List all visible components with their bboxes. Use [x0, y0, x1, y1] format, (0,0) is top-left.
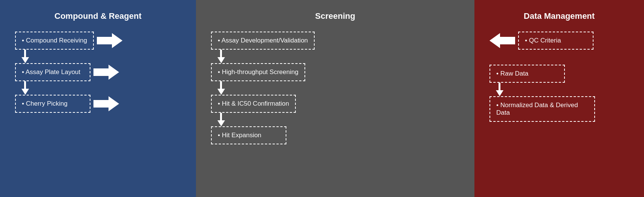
down-arrow-shaft-r1: [499, 83, 500, 90]
assay-dev-label: • Assay Development/Validation: [218, 37, 308, 44]
screening-column: Screening • Assay Development/Validation…: [196, 0, 474, 197]
cherry-picking-box: • Cherry Picking: [15, 95, 90, 113]
hit-expansion-row: • Hit Expansion: [211, 126, 286, 144]
cherry-picking-row: • Cherry Picking: [15, 95, 119, 113]
hit-expansion-box: • Hit Expansion: [211, 126, 286, 144]
down-arrow-shaft-m2: [220, 81, 222, 89]
ic50-row: • Hit & IC50 Confirmation: [211, 95, 296, 113]
hit-expansion-label: • Hit Expansion: [218, 132, 262, 139]
cherry-picking-label: • Cherry Picking: [22, 100, 67, 107]
down-arrow-2: [15, 81, 29, 95]
arrow-shaft-3: [93, 100, 109, 108]
data-management-column: Data Management • QC Criteria • Raw Data: [474, 0, 644, 197]
arrow-shaft-2: [93, 68, 109, 76]
arrow-head-1: [112, 33, 122, 48]
down-arrow-head-m3: [217, 120, 225, 126]
ic50-label: • Hit & IC50 Confirmation: [218, 100, 289, 107]
compound-receiving-label: • Compound Receiving: [22, 37, 87, 44]
assay-plate-row: • Assay Plate Layout: [15, 63, 119, 81]
main-layout: Compound & Reagent • Compound Receiving: [0, 0, 644, 197]
normalized-data-box: • Normalized Data & Derived Data: [490, 96, 595, 122]
down-arrow-head-m1: [217, 57, 225, 63]
arrow-shaft-1: [97, 37, 112, 44]
down-arrow-m1: [211, 50, 225, 63]
compound-receiving-row: • Compound Receiving: [15, 32, 122, 50]
down-arrow-shaft-m3: [220, 113, 222, 120]
compound-receiving-box: • Compound Receiving: [15, 32, 94, 50]
compound-reagent-column: Compound & Reagent • Compound Receiving: [0, 0, 196, 197]
normalized-data-label: • Normalized Data & Derived Data: [496, 102, 578, 116]
down-arrow-shaft-m1: [220, 50, 222, 57]
arrow-shaft-left-qc: [500, 37, 515, 44]
ic50-box: • Hit & IC50 Confirmation: [211, 95, 296, 113]
arrow-head-2: [109, 65, 119, 80]
arrow-head-3: [109, 96, 119, 111]
hts-box: • High-throughput Screening: [211, 63, 305, 81]
down-arrow-m2: [211, 81, 225, 95]
down-arrow-shaft-1: [24, 50, 26, 57]
assay-dev-row: • Assay Development/Validation: [211, 32, 315, 50]
arrow-left-qc: [490, 33, 515, 48]
right-column-content: • QC Criteria • Raw Data: [490, 32, 629, 122]
hts-label: • High-throughput Screening: [218, 68, 298, 76]
raw-data-box: • Raw Data: [490, 65, 565, 83]
raw-data-label: • Raw Data: [496, 70, 528, 77]
arrow-right-1: [97, 33, 122, 48]
normalized-data-row: • Normalized Data & Derived Data: [490, 96, 595, 122]
down-arrow-1: [15, 50, 29, 63]
down-arrow-r1: [490, 83, 503, 96]
down-arrow-shaft-2: [24, 81, 26, 89]
raw-data-row: • Raw Data: [490, 65, 565, 83]
down-arrow-head-r1: [496, 90, 503, 96]
qc-criteria-row: • QC Criteria: [490, 32, 594, 50]
down-arrow-head-m2: [217, 89, 225, 95]
assay-plate-label: • Assay Plate Layout: [22, 68, 80, 76]
assay-dev-box: • Assay Development/Validation: [211, 32, 315, 50]
qc-criteria-box: • QC Criteria: [518, 32, 594, 50]
middle-column-header: Screening: [211, 11, 459, 21]
qc-criteria-label: • QC Criteria: [525, 37, 561, 44]
arrow-right-2: [93, 65, 119, 80]
middle-column-content: • Assay Development/Validation • High-th…: [211, 32, 459, 144]
arrow-right-3: [93, 96, 119, 111]
down-arrow-m3: [211, 113, 225, 126]
assay-plate-box: • Assay Plate Layout: [15, 63, 90, 81]
left-column-header: Compound & Reagent: [15, 11, 181, 21]
down-arrow-head-1: [21, 57, 29, 63]
hts-row: • High-throughput Screening: [211, 63, 305, 81]
arrow-head-left-qc: [490, 33, 500, 48]
down-arrow-head-2: [21, 89, 29, 95]
right-column-header: Data Management: [490, 11, 629, 21]
left-column-content: • Compound Receiving • Assay Plate Layou…: [15, 32, 181, 113]
